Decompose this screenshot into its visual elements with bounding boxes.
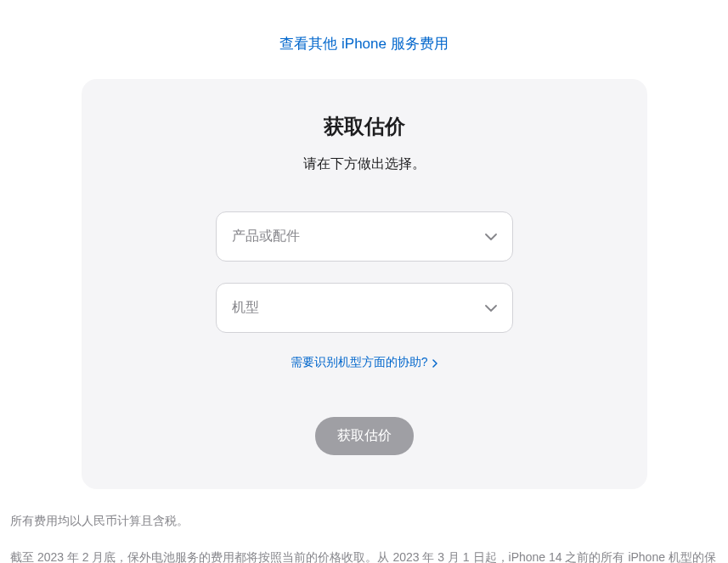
card-title: 获取估价 (133, 113, 596, 140)
chevron-down-icon (485, 305, 497, 312)
estimate-card: 获取估价 请在下方做出选择。 产品或配件 机型 需要识别机型方面的协助? (82, 79, 647, 489)
model-select-wrapper: 机型 (216, 283, 513, 333)
card-subtitle: 请在下方做出选择。 (133, 155, 596, 173)
other-service-link[interactable]: 查看其他 iPhone 服务费用 (279, 36, 448, 52)
help-link-label: 需要识别机型方面的协助? (291, 355, 428, 369)
chevron-right-icon (432, 357, 437, 369)
model-placeholder: 机型 (232, 299, 259, 317)
help-link[interactable]: 需要识别机型方面的协助? (291, 355, 438, 369)
footer-line1: 所有费用均以人民币计算且含税。 (10, 510, 718, 532)
help-link-container: 需要识别机型方面的协助? (133, 354, 596, 370)
top-link-container: 查看其他 iPhone 服务费用 (0, 0, 728, 79)
footer-line2: 截至 2023 年 2 月底，保外电池服务的费用都将按照当前的价格收取。从 20… (10, 547, 718, 563)
product-placeholder: 产品或配件 (232, 228, 300, 245)
chevron-down-icon (485, 234, 497, 240)
footer-text: 所有费用均以人民币计算且含税。 截至 2023 年 2 月底，保外电池服务的费用… (0, 489, 728, 563)
product-select-wrapper: 产品或配件 (216, 211, 513, 262)
get-estimate-button[interactable]: 获取估价 (315, 417, 414, 455)
footer-line2-part1: 截至 2023 年 2 月底，保外电池服务的费用都将按照当前的价格收取。从 20… (10, 550, 716, 563)
product-select[interactable]: 产品或配件 (216, 211, 513, 262)
submit-wrapper: 获取估价 (133, 417, 596, 455)
model-select[interactable]: 机型 (216, 283, 513, 333)
